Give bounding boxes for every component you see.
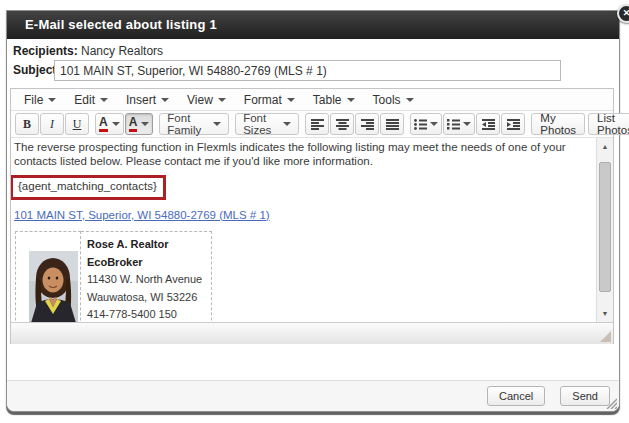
rich-text-editor: File Edit Insert View Format Table Tools…: [10, 88, 614, 344]
recipients-value: Nancy Realtors: [81, 44, 163, 58]
align-right-icon: [361, 119, 374, 130]
decrease-indent-icon: [482, 119, 495, 130]
list-photos-button[interactable]: List Photos: [588, 113, 629, 135]
editor-resize-handle[interactable]: [600, 331, 611, 342]
email-paragraph: The reverse prospecting function in Flex…: [14, 141, 589, 168]
editor-menubar: File Edit Insert View Format Table Tools: [11, 89, 613, 111]
underline-button[interactable]: U: [65, 113, 89, 135]
menu-format[interactable]: Format: [235, 90, 304, 110]
scrollbar-thumb[interactable]: [599, 162, 611, 292]
chevron-down-icon: [48, 98, 56, 102]
menu-file[interactable]: File: [15, 90, 65, 110]
agent-address-line1: 11430 W. North Avenue: [87, 271, 205, 289]
menu-view[interactable]: View: [178, 90, 235, 110]
chevron-down-icon: [141, 122, 149, 126]
align-left-icon: [311, 119, 324, 130]
dialog-titlebar: E-Mail selected about listing 1: [7, 11, 619, 39]
send-button[interactable]: Send: [560, 386, 610, 406]
recipients-row: Recipients: Nancy Realtors: [13, 44, 163, 58]
italic-button[interactable]: I: [40, 113, 64, 135]
background-color-button[interactable]: A: [125, 113, 154, 135]
increase-indent-button[interactable]: [501, 113, 525, 135]
editor-statusbar: [11, 322, 613, 344]
bullet-list-button[interactable]: [410, 113, 442, 135]
email-body-editor[interactable]: The reverse prospecting function in Flex…: [11, 138, 613, 322]
chevron-down-icon: [218, 98, 226, 102]
align-justify-button[interactable]: [380, 113, 404, 135]
agent-photo-cell: [16, 232, 81, 323]
chevron-down-icon: [283, 122, 291, 126]
decrease-indent-button[interactable]: [476, 113, 500, 135]
subject-input[interactable]: [54, 60, 561, 81]
scroll-up-icon[interactable]: ▲: [597, 139, 613, 154]
subject-row: Subject:: [13, 63, 625, 77]
font-family-select[interactable]: Font Family: [159, 113, 229, 135]
agent-designation: EcoBroker: [87, 254, 205, 272]
italic-icon: I: [50, 117, 54, 132]
cancel-button[interactable]: Cancel: [487, 386, 545, 406]
numbered-list-button[interactable]: [443, 113, 475, 135]
scroll-down-icon[interactable]: ▼: [597, 306, 613, 321]
my-photos-button[interactable]: My Photos: [531, 113, 585, 135]
chevron-down-icon: [347, 98, 355, 102]
agent-phone: 414-778-5400 150: [87, 306, 205, 322]
align-center-icon: [336, 119, 349, 130]
dialog-resize-handle[interactable]: [605, 397, 617, 409]
agent-info-cell: Rose A. Realtor EcoBroker 11430 W. North…: [81, 232, 212, 323]
chevron-down-icon: [161, 98, 169, 102]
menu-table[interactable]: Table: [304, 90, 364, 110]
chevron-down-icon: [100, 98, 108, 102]
agent-name: Rose A. Realtor: [87, 236, 205, 254]
editor-toolbar: B I U A A Font Family Font Sizes: [11, 111, 613, 138]
text-color-button[interactable]: A: [95, 113, 124, 135]
close-button[interactable]: ✕: [617, 4, 629, 23]
menu-insert[interactable]: Insert: [117, 90, 178, 110]
recipients-label: Recipients:: [13, 44, 78, 58]
chevron-down-icon: [112, 122, 120, 126]
email-dialog: E-Mail selected about listing 1 Recipien…: [6, 10, 620, 412]
listing-link[interactable]: 101 MAIN ST, Superior, WI 54880-2769 (ML…: [14, 209, 270, 221]
menu-tools[interactable]: Tools: [364, 90, 423, 110]
signature-card: Rose A. Realtor EcoBroker 11430 W. North…: [15, 231, 212, 322]
align-center-button[interactable]: [330, 113, 354, 135]
editor-scrollbar[interactable]: ▲ ▼: [596, 138, 613, 322]
chevron-down-icon: [287, 98, 295, 102]
chevron-down-icon: [213, 122, 221, 126]
bold-button[interactable]: B: [15, 113, 39, 135]
merge-field-annotation: {agent_matching_contacts}: [11, 175, 166, 200]
dialog-footer: Cancel Send: [7, 380, 619, 411]
font-sizes-select[interactable]: Font Sizes: [235, 113, 299, 135]
numbered-list-icon: [447, 119, 460, 130]
bold-icon: B: [23, 117, 31, 132]
underline-icon: U: [73, 117, 82, 132]
menu-edit[interactable]: Edit: [65, 90, 117, 110]
increase-indent-icon: [507, 119, 520, 130]
background-color-icon: A: [129, 117, 138, 132]
bullet-list-icon: [414, 119, 427, 130]
text-color-icon: A: [99, 117, 108, 132]
chevron-down-icon: [463, 122, 471, 126]
agent-address-line2: Wauwatosa, WI 53226: [87, 289, 205, 307]
align-left-button[interactable]: [305, 113, 329, 135]
chevron-down-icon: [430, 122, 438, 126]
align-justify-icon: [386, 119, 399, 130]
align-right-button[interactable]: [355, 113, 379, 135]
agent-photo: [29, 251, 78, 322]
dialog-title: E-Mail selected about listing 1: [25, 17, 217, 32]
chevron-down-icon: [406, 98, 414, 102]
